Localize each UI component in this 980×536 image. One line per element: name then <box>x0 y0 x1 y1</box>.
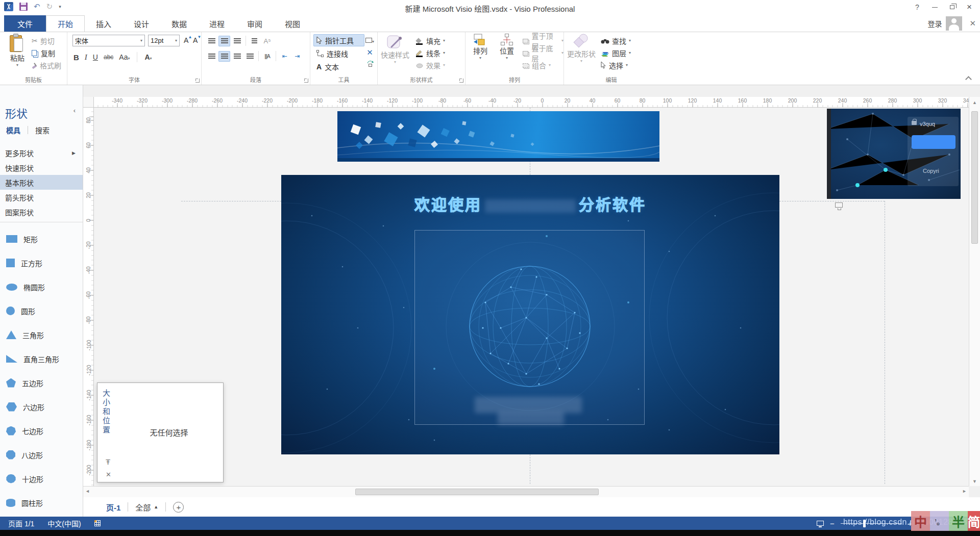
horizontal-scrollbar[interactable]: ◄ ► <box>83 486 969 497</box>
minimize-button[interactable] <box>926 0 943 14</box>
bold-button[interactable]: B <box>74 53 79 62</box>
ime-badge[interactable]: 中 <box>911 511 930 531</box>
change-shape-button[interactable]: 更改形状▾ <box>566 34 597 75</box>
font-family-combo[interactable]: 宋体▾ <box>72 35 145 46</box>
page-indicator[interactable]: 页面 1/1 <box>8 518 34 528</box>
rectangle-tool-button[interactable]: ▾ <box>365 36 374 44</box>
rotate-tool-icon[interactable] <box>366 61 374 68</box>
shape-master-item[interactable]: 圆形 <box>0 299 83 323</box>
fill-button[interactable]: 填充▾ <box>415 35 445 46</box>
group-button[interactable]: 组合▾ <box>523 60 551 71</box>
copy-button[interactable]: 复制 <box>32 47 55 59</box>
decrease-indent-button[interactable]: ⇤ <box>279 51 290 62</box>
scroll-up-icon[interactable]: ▲ <box>972 100 977 105</box>
language-indicator[interactable]: 中文(中国) <box>47 518 81 528</box>
paste-button[interactable]: 粘贴▾ <box>3 34 32 75</box>
position-button[interactable]: 位置▾ <box>494 34 520 75</box>
ime-badge[interactable]: 简 <box>968 511 980 531</box>
collapse-ribbon-icon[interactable] <box>965 76 972 83</box>
delete-tool-icon[interactable]: ✕ <box>366 48 373 57</box>
add-page-button[interactable]: + <box>173 502 184 513</box>
ribbon-tab[interactable]: 视图 <box>274 15 311 32</box>
stencil-category[interactable]: 箭头形状 <box>0 190 83 205</box>
ribbon-tab[interactable]: 开始 <box>46 15 85 32</box>
layers-button[interactable]: 图层▾ <box>601 47 631 59</box>
tab-search[interactable]: 搜索 <box>35 125 50 135</box>
shape-master-item[interactable]: 圆柱形 <box>0 491 83 515</box>
macro-record-icon[interactable] <box>94 520 101 526</box>
ribbon-tab[interactable]: 设计 <box>122 15 160 32</box>
close-button[interactable]: × <box>961 0 978 14</box>
scroll-right-icon[interactable]: ► <box>962 489 967 494</box>
align-middle-button[interactable] <box>218 36 230 46</box>
change-case-button[interactable]: Aa▾ <box>119 53 130 61</box>
pin-icon[interactable]: Ŧ <box>106 457 110 466</box>
horizontal-ruler[interactable]: -340-320-300-280-260-240-220-200-180-160… <box>94 97 969 108</box>
shape-master-item[interactable]: 十边形 <box>0 467 83 491</box>
find-button[interactable]: 查找▾ <box>601 35 631 46</box>
shape-styles-dialog-launcher-icon[interactable] <box>459 79 463 83</box>
justify-button[interactable] <box>244 51 256 62</box>
ribbon-tab[interactable]: 进程 <box>198 15 236 32</box>
align-top-button[interactable] <box>206 36 217 46</box>
stencil-category[interactable]: 更多形状 ▶ <box>0 145 83 160</box>
grow-font-button[interactable]: A▲ <box>184 36 191 44</box>
ime-badge[interactable]: 半 <box>949 511 968 531</box>
shape-master-item[interactable]: 五边形 <box>0 371 83 395</box>
ribbon-tab[interactable]: 数据 <box>160 15 198 32</box>
align-left-button[interactable] <box>206 51 217 62</box>
shrink-font-button[interactable]: A▼ <box>193 36 201 44</box>
align-button[interactable]: 排列▾ <box>468 34 493 75</box>
presentation-mode-icon[interactable] <box>817 521 824 526</box>
shape-master-item[interactable]: 直角三角形 <box>0 347 83 371</box>
ribbon-tab[interactable]: 文件 <box>4 15 46 32</box>
pointer-tool-button[interactable]: 指针工具 <box>313 34 364 46</box>
format-painter-button[interactable]: 格式刷 <box>32 60 61 71</box>
document-close-icon[interactable]: ✕ <box>966 19 979 28</box>
help-button[interactable]: ? <box>909 0 926 14</box>
cut-button[interactable]: ✂剪切 <box>32 35 55 46</box>
shape-master-item[interactable]: 三角形 <box>0 323 83 347</box>
avatar-icon[interactable] <box>946 16 962 31</box>
font-color-button[interactable]: A▾ <box>144 53 152 61</box>
vertical-scroll-thumb[interactable] <box>971 111 978 244</box>
underline-button[interactable]: U <box>93 53 98 61</box>
bullets-button[interactable] <box>249 36 260 46</box>
quick-styles-button[interactable]: 快速样式▾ <box>381 34 409 75</box>
slide-shape[interactable]: 欢迎使用分析软件 <box>281 175 779 454</box>
shape-master-item[interactable]: 六边形 <box>0 395 83 419</box>
shape-master-item[interactable]: 矩形 <box>0 227 83 251</box>
strikethrough-button[interactable]: abc <box>104 54 113 61</box>
banner-image[interactable] <box>337 111 659 162</box>
stencil-category[interactable]: 基本形状 <box>0 175 83 190</box>
size-position-panel[interactable]: 大小和位置 无任何选择 Ŧ ✕ <box>97 382 224 482</box>
panel-collapse-icon[interactable]: ‹ <box>74 107 76 114</box>
paragraph-dialog-launcher-icon[interactable] <box>304 79 308 83</box>
increase-indent-button[interactable]: ⇥ <box>291 51 303 62</box>
align-bottom-button[interactable] <box>231 36 243 46</box>
shape-master-item[interactable]: 七边形 <box>0 419 83 443</box>
shape-master-item[interactable]: 八边形 <box>0 443 83 467</box>
sign-in-button[interactable]: 登录 <box>927 18 942 29</box>
vertical-scrollbar[interactable]: ▲ ▼ <box>969 97 980 497</box>
text-tool-button[interactable]: A 文本 <box>313 61 342 73</box>
align-right-button[interactable] <box>231 51 243 62</box>
italic-button[interactable]: I <box>85 53 87 62</box>
restore-button[interactable] <box>943 0 961 14</box>
all-pages-button[interactable]: 全部▲ <box>135 502 158 513</box>
ribbon-tab[interactable]: 插入 <box>85 15 122 32</box>
ime-badge[interactable]: ’。 <box>930 511 949 531</box>
scroll-down-icon[interactable]: ▼ <box>972 479 977 484</box>
scroll-left-icon[interactable]: ◄ <box>85 489 90 494</box>
text-rotate-button[interactable]: A⁵ <box>261 36 273 46</box>
panel-close-icon[interactable]: ✕ <box>106 471 111 478</box>
font-size-combo[interactable]: 12pt▾ <box>148 35 180 46</box>
zoom-out-button[interactable]: − <box>830 519 835 528</box>
horizontal-scroll-thumb[interactable] <box>355 489 599 495</box>
connector-tool-button[interactable]: 连接线 <box>313 47 351 60</box>
login-preview-image[interactable]: v3quq Copyri <box>827 109 961 199</box>
font-dialog-launcher-icon[interactable] <box>195 79 200 83</box>
shape-master-item[interactable]: 正方形 <box>0 251 83 275</box>
text-direction-button[interactable]: |||A <box>261 51 273 62</box>
stencil-category[interactable]: 图案形状 <box>0 205 83 219</box>
